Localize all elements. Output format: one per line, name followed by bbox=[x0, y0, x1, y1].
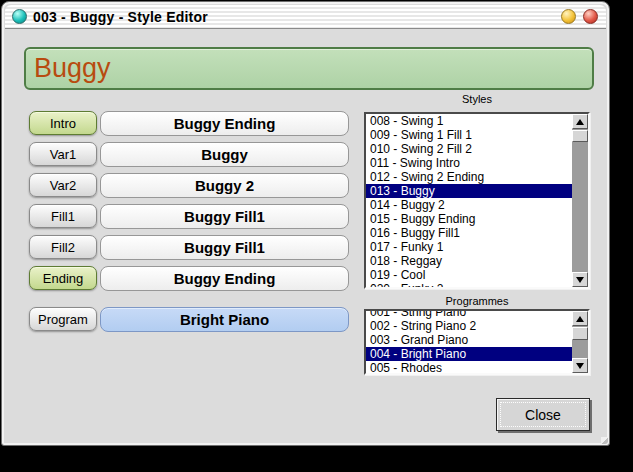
arrow-up-icon bbox=[576, 119, 584, 125]
intro-value-field: Buggy Ending bbox=[100, 111, 349, 136]
titlebar[interactable]: 003 - Buggy - Style Editor bbox=[5, 5, 606, 29]
list-item[interactable]: 014 - Buggy 2 bbox=[366, 198, 572, 212]
program-button[interactable]: Program bbox=[29, 307, 97, 331]
var2-value-field: Buggy 2 bbox=[100, 173, 349, 198]
arrow-down-icon bbox=[576, 277, 584, 283]
scrollbar-thumb[interactable] bbox=[572, 327, 588, 340]
style-name-text: Buggy bbox=[34, 53, 111, 84]
scroll-down-button[interactable] bbox=[572, 272, 588, 287]
scrollbar-thumb[interactable] bbox=[572, 130, 588, 142]
close-button[interactable]: Close bbox=[496, 398, 590, 431]
list-item[interactable]: 002 - String Piano 2 bbox=[366, 319, 572, 333]
list-item[interactable]: 019 - Cool bbox=[366, 268, 572, 282]
programmes-scrollbar[interactable] bbox=[572, 311, 588, 373]
window-title: 003 - Buggy - Style Editor bbox=[33, 9, 208, 25]
programmes-list-items: 001 - String Piano 002 - String Piano 2 … bbox=[366, 309, 572, 375]
list-item-selected[interactable]: 004 - Bright Piano bbox=[366, 347, 572, 361]
var1-button[interactable]: Var1 bbox=[29, 142, 97, 166]
ending-value-field: Buggy Ending bbox=[100, 266, 349, 291]
styles-list-items: 008 - Swing 1 009 - Swing 1 Fill 1 010 -… bbox=[366, 114, 572, 287]
list-item[interactable]: 018 - Reggay bbox=[366, 254, 572, 268]
window-menu-icon[interactable] bbox=[12, 9, 27, 24]
fill2-value-field: Buggy Fill1 bbox=[100, 235, 349, 260]
fill2-button[interactable]: Fill2 bbox=[29, 235, 97, 259]
fill1-button[interactable]: Fill1 bbox=[29, 204, 97, 228]
list-item-selected[interactable]: 013 - Buggy bbox=[366, 184, 572, 198]
list-item[interactable]: 012 - Swing 2 Ending bbox=[366, 170, 572, 184]
fill1-value-field: Buggy Fill1 bbox=[100, 204, 349, 229]
style-name-display: Buggy bbox=[24, 47, 594, 90]
list-item[interactable]: 001 - String Piano bbox=[366, 309, 572, 319]
intro-button[interactable]: Intro bbox=[29, 111, 97, 135]
styles-listbox[interactable]: 008 - Swing 1 009 - Swing 1 Fill 1 010 -… bbox=[364, 112, 590, 289]
list-item[interactable]: 003 - Grand Piano bbox=[366, 333, 572, 347]
var2-button[interactable]: Var2 bbox=[29, 173, 97, 197]
var1-value-field: Buggy bbox=[100, 142, 349, 167]
arrow-up-icon bbox=[576, 316, 584, 322]
list-item[interactable]: 016 - Buggy Fill1 bbox=[366, 226, 572, 240]
titlebar-controls bbox=[561, 9, 598, 24]
list-item[interactable]: 015 - Buggy Ending bbox=[366, 212, 572, 226]
list-item[interactable]: 020 - Funky 2 bbox=[366, 282, 572, 287]
list-item[interactable]: 008 - Swing 1 bbox=[366, 114, 572, 128]
list-item[interactable]: 005 - Rhodes bbox=[366, 361, 572, 375]
scroll-down-button[interactable] bbox=[572, 358, 588, 373]
minimize-icon[interactable] bbox=[561, 9, 576, 24]
arrow-down-icon bbox=[576, 363, 584, 369]
list-item[interactable]: 017 - Funky 1 bbox=[366, 240, 572, 254]
program-value-field: Bright Piano bbox=[100, 307, 349, 332]
programmes-listbox[interactable]: 001 - String Piano 002 - String Piano 2 … bbox=[364, 309, 590, 375]
close-icon[interactable] bbox=[583, 9, 598, 24]
resize-grip[interactable] bbox=[601, 437, 608, 444]
scroll-up-button[interactable] bbox=[572, 311, 588, 326]
styles-list-label: Styles bbox=[364, 93, 590, 105]
programmes-list-label: Programmes bbox=[364, 295, 590, 307]
list-item[interactable]: 010 - Swing 2 Fill 2 bbox=[366, 142, 572, 156]
style-editor-window: 003 - Buggy - Style Editor Buggy Intro B… bbox=[1, 1, 610, 446]
styles-scrollbar[interactable] bbox=[572, 114, 588, 287]
list-item[interactable]: 011 - Swing Intro bbox=[366, 156, 572, 170]
list-item[interactable]: 009 - Swing 1 Fill 1 bbox=[366, 128, 572, 142]
ending-button[interactable]: Ending bbox=[29, 266, 97, 290]
scroll-up-button[interactable] bbox=[572, 114, 588, 129]
